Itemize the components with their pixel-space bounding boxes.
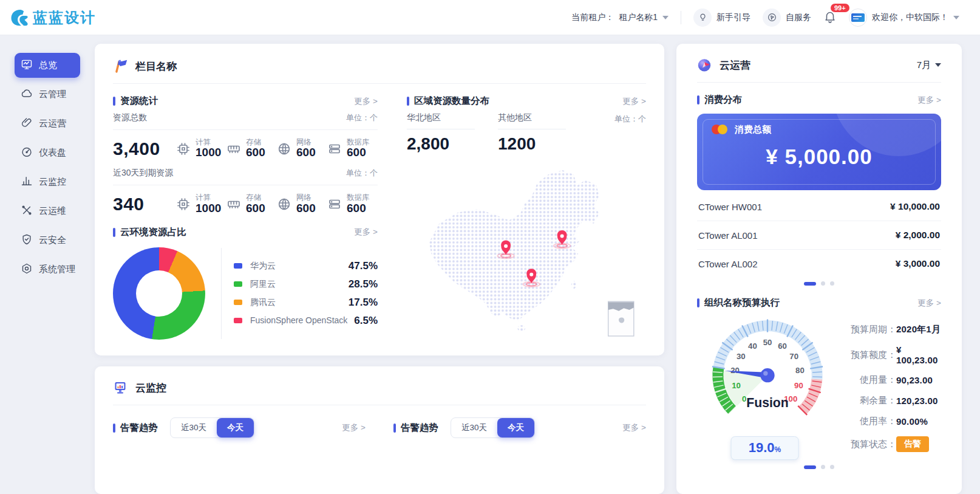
resource-total: 340: [113, 194, 176, 214]
self-service-button[interactable]: 自服务: [763, 9, 811, 27]
sidebar-item-云监控[interactable]: 云监控: [15, 170, 80, 194]
column-card-title: 栏目名称: [135, 60, 177, 74]
svg-text:30: 30: [737, 352, 746, 361]
legend-label: 腾讯云: [250, 297, 349, 307]
alert-trend-more-link[interactable]: 更多 >: [622, 422, 646, 433]
legend-label: 阿里云: [250, 279, 349, 289]
resource-stats-more-link[interactable]: 更多 >: [354, 96, 378, 107]
gauge-value-box: 19.0%: [731, 436, 799, 460]
sidebar-item-云运营[interactable]: 云运营: [15, 111, 80, 136]
chevron-down-icon: [662, 16, 669, 19]
sidebar-item-云安全[interactable]: 云安全: [15, 228, 80, 253]
consumption-more-link[interactable]: 更多 >: [917, 95, 941, 106]
pager-dot[interactable]: [804, 465, 816, 469]
tab-近30天[interactable]: 近30天: [451, 418, 497, 437]
region-name: 华北地区: [407, 112, 498, 123]
sidebar-item-label: 仪表盘: [39, 147, 66, 159]
column-card-header: 栏目名称: [113, 58, 646, 84]
legend-value: 28.5%: [349, 278, 378, 290]
overview-icon: [21, 58, 33, 72]
budget-stat-value: ¥ 100,23.00: [896, 345, 941, 365]
cloud-ratio-more-link[interactable]: 更多 >: [354, 227, 378, 238]
user-menu[interactable]: 欢迎你，中软国际！: [849, 9, 959, 27]
resource-breakdown-value: 600: [246, 146, 265, 159]
resource-breakdown-label: 网络: [296, 193, 316, 202]
budget-stat-value: 90.00%: [896, 416, 928, 427]
budget-stat-value: 2020年1月: [896, 324, 941, 335]
china-dot-map: [407, 155, 646, 345]
divider: [681, 11, 681, 24]
section-bar: [113, 424, 115, 433]
pager-dot[interactable]: [830, 465, 834, 469]
budget-stat-label: 剩余量：: [838, 395, 896, 407]
resource-breakdown-text: 网络600: [296, 193, 316, 214]
donut-chart: [113, 247, 205, 340]
budget-more-link[interactable]: 更多 >: [917, 298, 941, 309]
sidebar-item-仪表盘[interactable]: 仪表盘: [15, 140, 80, 165]
tenant-selector[interactable]: 当前租户： 租户名称1: [571, 12, 669, 23]
sidebar-item-云运维[interactable]: 云运维: [15, 199, 80, 224]
consumption-row[interactable]: CTower HW001¥ 10,000.00: [697, 193, 941, 221]
sidebar-item-label: 云安全: [39, 235, 66, 246]
compass-icon: [763, 9, 781, 27]
status-badge: 告警: [896, 436, 929, 452]
dashboard-icon: [21, 146, 33, 160]
pager-dot[interactable]: [804, 282, 816, 286]
region-title: 区域资源数量分布: [414, 95, 489, 108]
resource-breakdown-value: 600: [347, 146, 370, 159]
svg-text:20: 20: [730, 366, 740, 375]
region-name: 其他地区: [498, 112, 589, 123]
section-bar: [697, 95, 699, 105]
section-bar: [697, 298, 699, 307]
alert-trend-more-link[interactable]: 更多 >: [342, 422, 366, 433]
cpu-icon: [176, 197, 191, 211]
network-icon: [277, 197, 291, 211]
resource-group-head: 资源总数单位：个: [113, 112, 378, 123]
tab-今天[interactable]: 今天: [497, 418, 534, 437]
legend-row: 腾讯云17.5%: [234, 297, 378, 309]
sphere-3d-icon: [697, 57, 713, 73]
resource-breakdown-text: 网络600: [296, 138, 316, 159]
budget-stat-label: 使用量：: [838, 374, 896, 386]
monitor-3d-icon: [113, 380, 129, 396]
map-inset: [608, 301, 634, 336]
tab-今天[interactable]: 今天: [217, 418, 254, 437]
tab-近30天[interactable]: 近30天: [171, 418, 217, 437]
region-more-link[interactable]: 更多 >: [622, 96, 646, 107]
resource-breakdown-text: 存储600: [246, 193, 265, 214]
notifications-button[interactable]: 99+: [823, 10, 837, 25]
alert-trend-panel: 告警趋势近30天今天更多 >: [113, 417, 393, 438]
consumption-row[interactable]: CTower AL002¥ 3,000.00: [697, 250, 941, 278]
sidebar-item-总览[interactable]: 总览: [15, 53, 80, 78]
budget-stat-label: 使用率：: [838, 416, 896, 427]
legend-row: 华为云47.5%: [234, 260, 378, 272]
pager-dot[interactable]: [830, 281, 834, 286]
divider: [498, 129, 566, 129]
sidebar-item-系统管理[interactable]: 系统管理: [15, 257, 80, 282]
total-consumption-amount: ¥ 5,000.00: [712, 145, 927, 169]
month-selector[interactable]: 7月: [917, 60, 941, 71]
resource-breakdown-text: 计算1000: [196, 138, 221, 159]
sidebar-item-label: 云运营: [39, 118, 66, 129]
sidebar-item-云管理[interactable]: 云管理: [15, 82, 80, 107]
operations-title: 云运营: [720, 58, 750, 72]
monitor-card-title: 云监控: [135, 381, 166, 395]
legend-marker: [234, 263, 242, 269]
legend-label: 华为云: [250, 261, 349, 271]
pager-dot[interactable]: [821, 281, 825, 286]
consumption-row[interactable]: CTower AL001¥ 2,000.00: [697, 221, 941, 250]
time-range-toggle: 近30天今天: [170, 417, 254, 438]
pager-dot[interactable]: [821, 465, 825, 469]
flag-3d-icon: [113, 58, 129, 74]
resource-breakdown-value: 600: [296, 202, 316, 215]
ram-icon: [226, 142, 241, 156]
cloud-ratio-chart-area: 华为云47.5%阿里云28.5%腾讯云17.5%FusionSphere Ope…: [113, 247, 378, 340]
consumption-row-name: CTower AL002: [698, 259, 758, 269]
unit-label: 单位：个: [346, 112, 378, 123]
monitor-icon: [21, 175, 33, 189]
region-stat: 其他地区1200: [498, 112, 589, 154]
consumption-pager: [697, 281, 941, 286]
guide-button[interactable]: 新手引导: [693, 9, 750, 27]
cloud-monitor-card: 云监控 告警趋势近30天今天更多 >告警趋势近30天今天更多 >: [95, 366, 664, 494]
ops-icon: [21, 117, 33, 131]
